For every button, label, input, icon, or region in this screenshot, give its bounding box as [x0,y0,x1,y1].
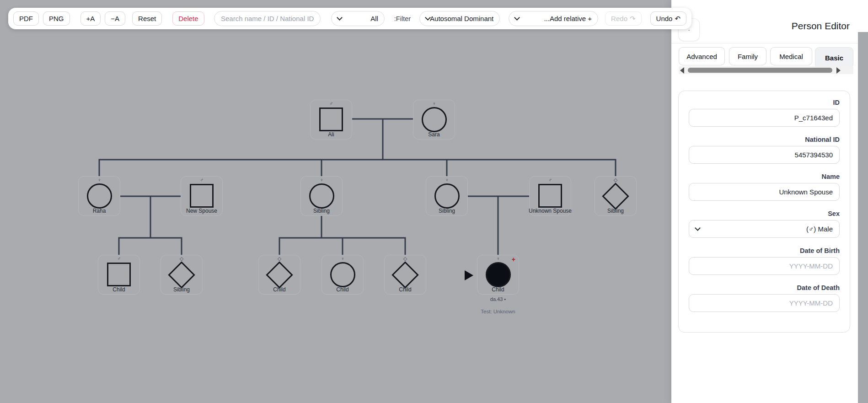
chevron-down-icon [514,15,520,21]
dob-field: Date of Birth [689,247,840,275]
redo-label: Redo [611,15,627,22]
name-label: Name [689,173,840,180]
person-node-child-4[interactable]: ◇ Child [384,255,426,295]
male-shape [107,263,131,286]
sex-select[interactable]: (♂) Male [689,220,840,238]
scroll-right-arrow-icon[interactable] [836,67,841,74]
scrollbar-thumb[interactable] [688,68,832,73]
affected-plus-badge: + [512,256,515,263]
delete-button[interactable]: Delete [172,11,204,26]
person-label: Sibling [607,208,624,214]
person-node-unknown-spouse[interactable]: ♂ Unknown Spouse [529,176,571,216]
male-shape [319,107,343,131]
dod-label: Date of Death [689,284,840,291]
person-node-sibling-4[interactable]: ◇ Sibling [161,255,203,295]
test-status-label: Test: Unknown [481,309,515,314]
dob-input[interactable] [689,257,840,275]
tab-basic[interactable]: Basic [815,47,853,68]
female-symbol: ♀ [445,177,449,183]
female-shape [87,183,112,209]
person-label: Child [492,286,504,293]
panel-divider [671,43,868,43]
person-label: Raha [93,208,106,214]
toolbar: PDF PNG +A −A Reset Delete All :Filter A… [8,8,691,29]
redo-icon: ↷ [630,15,636,22]
unknown-sex-shape [266,261,293,288]
tabs-horizontal-scrollbar[interactable] [679,66,853,74]
female-symbol: ♀ [320,177,323,183]
male-shape [538,184,562,208]
person-node-sibling-3[interactable]: ◇ Sibling [595,176,637,216]
undo-label: Undo [656,15,673,22]
add-relative-select[interactable]: ...Add relative + [509,11,598,26]
person-node-sara[interactable]: ♀ Sara [413,100,455,140]
unknown-sex-symbol: ◇ [403,255,407,262]
person-node-raha[interactable]: ♀ Raha [78,176,120,216]
person-label: Sibling [439,208,455,214]
redo-button[interactable]: Redo ↷ [605,11,641,26]
font-increase-button[interactable]: +A [80,11,101,26]
person-label: Ali [328,131,334,138]
undo-button[interactable]: Undo ↶ [650,11,686,26]
dod-input[interactable] [689,294,840,312]
person-node-child-3[interactable]: ♀ Child [321,255,364,295]
person-node-child-2[interactable]: ◇ Child [258,255,300,295]
female-shape [330,262,355,287]
male-symbol: ♂ [548,177,552,183]
pedigree-app: ♂ Ali ♀ Sara ♀ Raha ♂ New Spouse ♀ Sibli… [0,0,868,403]
font-decrease-button[interactable]: −A [105,11,125,26]
name-field: Name [689,173,840,201]
sex-label: Sex [689,210,840,217]
female-symbol: ♀ [341,255,344,262]
person-label: Child [336,286,348,293]
add-relative-value: ...Add relative + [544,15,592,22]
person-node-child-1[interactable]: ♂ Child [98,255,140,295]
inheritance-select[interactable]: Autosomal Dominant [419,11,500,26]
female-symbol: ♀ [97,177,101,183]
national-id-input[interactable] [689,146,840,164]
relationship-filter-value: All [370,15,378,22]
chevron-down-icon [337,15,343,21]
reset-button[interactable]: Reset [132,11,162,26]
person-label: Child [399,286,411,293]
female-shape [422,107,447,132]
unknown-sex-symbol: ◇ [278,255,281,262]
scroll-left-arrow-icon[interactable] [680,67,684,74]
female-symbol: ♀ [496,255,500,262]
tab-medical[interactable]: Medical [770,47,812,65]
person-label: Sara [428,131,439,138]
inheritance-value: Autosomal Dominant [430,15,493,22]
male-shape [190,184,214,208]
unknown-sex-shape [602,183,629,210]
unknown-sex-shape [168,261,195,288]
tab-family[interactable]: Family [729,47,766,65]
person-editor-panel: · Person Editor Advanced Family Medical … [671,0,868,403]
vertical-scrollbar[interactable] [858,32,868,403]
relationship-filter-select[interactable]: All [331,11,384,26]
id-label: ID [689,99,840,106]
sex-field: Sex (♂) Male [689,210,840,238]
dob-label: Date of Birth [689,247,840,254]
person-node-affected-child[interactable]: + ♀ Child da.43 • Test: Unknown [477,255,519,295]
filter-label: :Filter [394,15,411,22]
person-node-new-spouse[interactable]: ♂ New Spouse [181,176,223,216]
person-node-sibling-2[interactable]: ♀ Sibling [426,176,468,216]
male-symbol: ♂ [329,100,333,107]
unknown-sex-symbol: ◇ [180,255,183,262]
person-node-sibling-1[interactable]: ♀ Sibling [300,176,343,216]
export-pdf-button[interactable]: PDF [13,11,39,26]
affected-female-shape [486,262,511,287]
person-label: Child [273,286,285,293]
name-input[interactable] [689,183,840,201]
person-node-ali[interactable]: ♂ Ali [310,100,352,140]
chevron-down-icon [695,225,701,231]
female-symbol: ♀ [432,100,436,107]
tab-advanced[interactable]: Advanced [679,47,725,65]
id-input[interactable] [689,109,840,127]
dod-field: Date of Death [689,284,840,312]
sex-value: (♂) Male [806,225,833,233]
unknown-sex-symbol: ◇ [614,177,617,183]
search-input[interactable] [214,11,321,26]
male-symbol: ♂ [200,177,204,183]
export-png-button[interactable]: PNG [43,11,70,26]
